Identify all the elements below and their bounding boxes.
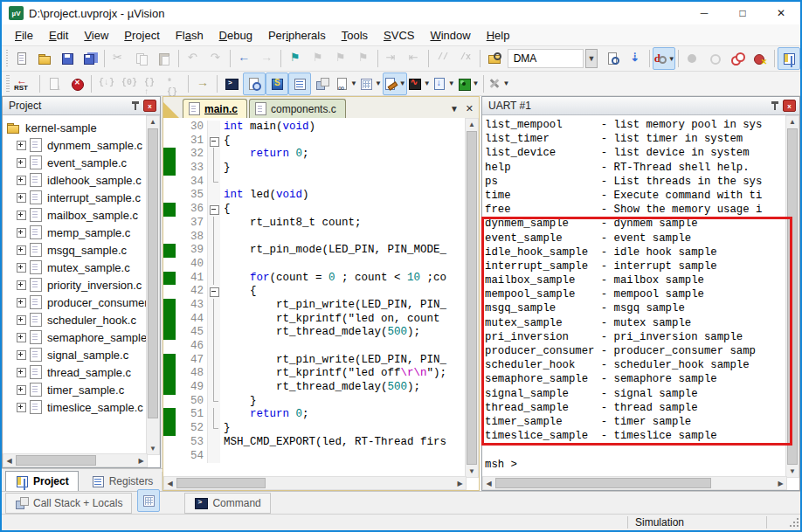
tree-item[interactable]: signal_sample.c [6,346,148,363]
code-line[interactable]: 42 { [163,285,467,299]
indent-button[interactable] [380,47,403,70]
code-line[interactable]: 39 rt_pin_mode(LED_PIN, PIN_MODE_ [163,244,467,258]
bookmark-toggle-button[interactable] [284,47,307,70]
minimize-button[interactable]: ─ [685,2,723,24]
step-over-button[interactable] [117,73,140,95]
tree-item[interactable]: priority_inversion.c [6,276,148,294]
fold-margin[interactable] [207,272,220,286]
expand-plus-icon[interactable] [17,158,26,168]
unindent-button[interactable] [403,47,425,70]
menu-help[interactable]: Help [479,26,518,45]
dropdown-caret-icon[interactable]: ▼ [503,79,510,87]
expand-plus-icon[interactable] [17,280,26,290]
stop-button[interactable] [66,73,88,95]
dropdown-caret-icon[interactable]: ▼ [399,79,406,87]
run-button[interactable] [43,73,66,95]
save-button[interactable] [56,47,79,70]
uart-hscrollbar[interactable]: ◀ ▶ [482,476,787,490]
find-in-files-dialog-button[interactable] [601,47,624,70]
navigate-forward-button[interactable] [255,47,278,70]
menu-edit[interactable]: Edit [41,26,76,45]
toolbox-button[interactable]: ▼ [487,73,511,95]
tree-item[interactable]: thread_sample.c [6,363,148,381]
fold-margin[interactable] [207,367,220,381]
tree-item[interactable]: memp_sample.c [6,224,148,241]
tree-item[interactable]: semaphore_sample.c [6,328,148,346]
menu-debug[interactable]: Debug [211,26,260,45]
uart-vscrollbar[interactable]: ▲ ▼ [785,115,799,478]
analysis-window-button[interactable]: ▼ [407,73,432,95]
fold-collapse-icon[interactable] [210,137,219,147]
editor-hscrollbar[interactable]: ◀ ▶ [163,476,467,490]
fold-margin[interactable] [207,408,220,422]
kill-all-breakpoints-button[interactable] [749,47,771,70]
code-line[interactable]: 54 [163,450,467,464]
tree-root-item[interactable]: kernel-sample [6,119,148,136]
command-tab[interactable]: Command [184,493,270,514]
start-stop-debug-button[interactable]: ▼ [653,47,675,70]
code-line[interactable]: 48 rt_kprintf("led off\r\n"); [163,367,467,381]
memory-window-button[interactable] [137,489,160,512]
fold-margin[interactable] [207,299,220,313]
scroll-down-icon[interactable]: ▼ [466,466,478,477]
maximize-button[interactable]: □ [723,2,762,24]
editor-vscrollbar[interactable]: ▲ ▼ [465,118,479,478]
dropdown-caret-icon[interactable]: ▼ [448,79,455,87]
find-text-input[interactable]: DMA [508,49,584,68]
expand-plus-icon[interactable] [17,245,26,255]
code-line[interactable]: 34 [163,176,467,190]
fold-margin[interactable] [207,121,220,135]
bookmark-clear-button[interactable] [352,47,375,70]
code-line[interactable]: 49 rt_thread_mdelay(500); [163,381,467,395]
menu-svcs[interactable]: SVCS [376,26,422,45]
fold-margin[interactable] [207,135,220,149]
open-file-button[interactable] [33,47,56,70]
expand-plus-icon[interactable] [17,176,26,185]
code-line[interactable]: 51 return 0; [163,408,467,422]
enable-breakpoint-button[interactable] [703,47,726,70]
symbol-window-button[interactable] [266,73,288,95]
scroll-down-icon[interactable]: ▼ [147,443,159,454]
menu-tools[interactable]: Tools [334,26,376,45]
navigate-back-button[interactable] [232,47,255,70]
scroll-left-icon[interactable]: ◀ [483,477,494,489]
project-close-icon[interactable]: x [143,100,156,112]
serial-window-button[interactable]: ▼ [383,73,407,95]
code-line[interactable]: 33} [163,162,467,176]
close-button[interactable]: ✕ [762,2,800,24]
menu-peripherals[interactable]: Peripherals [260,26,334,45]
cut-button[interactable] [107,47,130,70]
scroll-right-icon[interactable]: ▶ [135,454,147,466]
fold-margin[interactable] [207,326,220,340]
editor-tab-main-c[interactable]: main.c [183,99,247,118]
menu-window[interactable]: Window [422,26,478,45]
fold-margin[interactable] [207,162,220,176]
project-tree-hscrollbar[interactable]: ◀ ▶ [3,453,148,467]
dropdown-caret-icon[interactable]: ▼ [473,79,480,87]
undo-button[interactable] [182,47,204,70]
call-stack-tab[interactable]: Call Stack + Locals [5,493,132,514]
code-line[interactable]: 52} [163,422,467,436]
code-line[interactable]: 46 [163,340,467,354]
tab-close-icon[interactable]: ✕ [466,103,474,114]
menu-view[interactable]: View [76,26,116,45]
expand-plus-icon[interactable] [17,333,26,342]
scroll-thumb[interactable] [787,128,798,465]
scroll-thumb[interactable] [495,478,711,488]
fold-margin[interactable] [207,203,220,217]
fold-margin[interactable] [207,313,220,327]
scroll-up-icon[interactable]: ▲ [147,116,159,128]
trace-window-button[interactable]: ▼ [432,73,456,95]
command-window-button[interactable] [220,73,243,95]
scroll-down-icon[interactable]: ▼ [786,466,799,477]
expand-plus-icon[interactable] [17,350,26,360]
code-line[interactable]: 38 [163,231,467,245]
tree-item[interactable]: event_sample.c [6,154,148,171]
insert-breakpoint-button[interactable] [681,47,703,70]
code-editor[interactable]: 30int main(void)31{32 return 0;33}3435in… [163,118,467,478]
editor-tab-components-c[interactable]: components.c [249,99,346,118]
dropdown-caret-icon[interactable]: ▼ [375,79,382,87]
code-line[interactable]: 30int main(void) [163,121,467,135]
fold-margin[interactable] [207,340,220,354]
dropdown-caret-icon[interactable]: ▼ [350,79,357,87]
